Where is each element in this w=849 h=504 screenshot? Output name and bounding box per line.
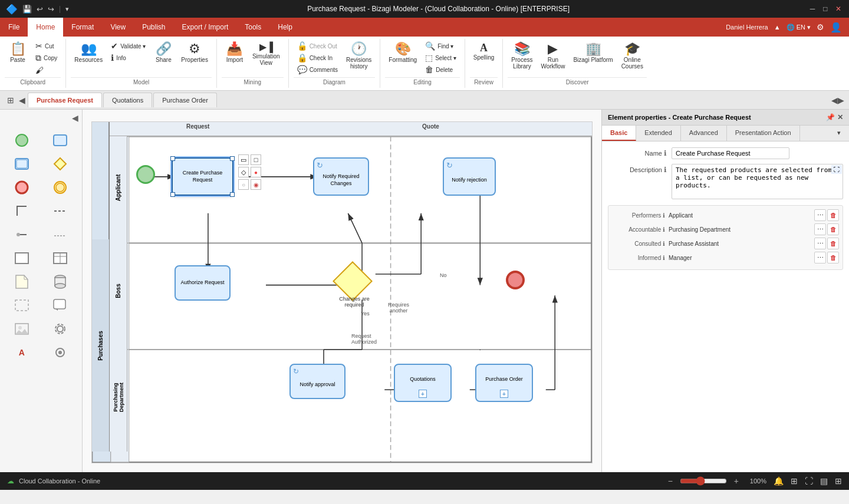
tab-quotations[interactable]: Quotations xyxy=(103,93,152,107)
menu-view[interactable]: View xyxy=(102,18,134,37)
shape-table[interactable] xyxy=(42,248,79,269)
shape-start-event[interactable] xyxy=(4,130,40,151)
shape-connector[interactable] xyxy=(4,224,40,245)
tab-panel-toggle[interactable]: ◀▶ xyxy=(829,93,847,107)
performers-delete-btn[interactable]: 🗑 xyxy=(827,209,839,221)
consulted-edit-btn[interactable]: ⋯ xyxy=(814,238,826,249)
tab-purchase-request[interactable]: Purchase Request xyxy=(28,93,102,107)
status-more-icon[interactable]: ⊞ xyxy=(835,476,842,486)
share-button[interactable]: 🔗 Share xyxy=(150,40,176,65)
properties-button[interactable]: ⚙ Properties xyxy=(177,40,212,65)
tab-extended[interactable]: Extended xyxy=(636,126,680,141)
diagram-area[interactable]: Purchase Request Request Quote Applicant… xyxy=(83,110,601,472)
formatting-button[interactable]: 🎨 Formatting xyxy=(385,40,420,65)
start-event[interactable] xyxy=(136,165,155,184)
comments-button[interactable]: 💬 Comments xyxy=(294,64,341,75)
settings-icon[interactable]: ⚙ xyxy=(817,22,824,32)
performers-edit-btn[interactable]: ⋯ xyxy=(814,209,826,221)
language-selector[interactable]: 🌐 EN ▾ xyxy=(787,24,811,31)
shape-dotted-line[interactable] xyxy=(42,200,79,222)
shape-gear[interactable] xyxy=(42,318,79,340)
select-button[interactable]: ⬚ Select ▾ xyxy=(422,52,460,64)
end-event[interactable] xyxy=(506,271,525,289)
performers-info-icon[interactable]: ℹ xyxy=(663,212,665,219)
shape-association[interactable] xyxy=(42,224,79,245)
menu-file[interactable]: File xyxy=(0,18,28,37)
status-notifications-icon[interactable]: 🔔 xyxy=(774,476,784,486)
user-icon[interactable]: 👤 xyxy=(830,22,842,33)
shape-intermediate-event[interactable] xyxy=(42,177,79,198)
cut-button[interactable]: ✂ Cut xyxy=(32,40,61,52)
zoom-slider[interactable] xyxy=(680,476,727,486)
shape-rectangle[interactable] xyxy=(4,248,40,269)
task-notify-rejection[interactable]: ↻ Notify rejection xyxy=(443,157,496,196)
quick-access-undo[interactable]: ↩ xyxy=(37,5,43,14)
maximize-button[interactable]: □ xyxy=(821,4,830,14)
quick-access-save[interactable]: 💾 xyxy=(22,5,32,14)
task-authorize-request[interactable]: Authorize Request xyxy=(175,265,231,301)
consulted-info-icon[interactable]: ℹ xyxy=(663,241,665,247)
shape-image[interactable] xyxy=(4,318,40,340)
spelling-button[interactable]: A Spelling xyxy=(470,40,498,63)
shape-callout[interactable] xyxy=(42,295,79,316)
close-button[interactable]: ✕ xyxy=(834,4,843,14)
minimize-button[interactable]: ─ xyxy=(808,4,817,14)
gateway-changes-required[interactable] xyxy=(333,261,373,301)
task-purchase-order[interactable]: Purchase Order + xyxy=(475,364,533,402)
tab-purchase-order[interactable]: Purchase Order xyxy=(153,93,217,107)
check-out-button[interactable]: 🔓 Check Out xyxy=(294,40,341,52)
tab-advanced[interactable]: Advanced xyxy=(681,126,727,141)
revisions-history-button[interactable]: 🕐 Revisionshistory xyxy=(343,40,375,72)
simulation-view-button[interactable]: ▶▐ SimulationView xyxy=(249,40,284,68)
shape-note[interactable] xyxy=(4,271,40,292)
run-workflow-button[interactable]: ▶ RunWorkflow xyxy=(537,40,568,72)
panel-close-button[interactable]: ✕ xyxy=(837,113,843,121)
copy-button[interactable]: ⧉ Copy xyxy=(32,52,61,64)
shape-picker-circle-pink[interactable]: ◉ xyxy=(251,179,261,190)
panel-pin-button[interactable]: 📌 xyxy=(826,113,835,121)
description-expand-button[interactable]: ⛶ xyxy=(831,165,842,174)
shape-task[interactable] xyxy=(42,130,79,151)
shape-cylinder[interactable] xyxy=(42,271,79,292)
validate-button[interactable]: ✔ Validate ▾ xyxy=(107,40,149,52)
informed-edit-btn[interactable]: ⋯ xyxy=(814,252,826,263)
format-painter-button[interactable]: 🖌 xyxy=(32,64,61,76)
process-library-button[interactable]: 📚 ProcessLibrary xyxy=(508,40,536,72)
menu-help[interactable]: Help xyxy=(269,18,301,37)
informed-info-icon[interactable]: ℹ xyxy=(663,255,665,261)
tab-presentation-action[interactable]: Presentation Action xyxy=(727,126,800,141)
check-in-button[interactable]: 🔒 Check In xyxy=(294,52,341,64)
paste-button[interactable]: 📋 Paste xyxy=(5,40,31,65)
status-fit-icon[interactable]: ⛶ xyxy=(805,476,813,486)
shape-picker-square[interactable]: □ xyxy=(251,154,261,165)
shape-settings[interactable] xyxy=(42,342,79,363)
description-input[interactable]: The requested products are selected from… xyxy=(672,164,843,199)
tab-basic[interactable]: Basic xyxy=(602,126,636,141)
tab-nav-home[interactable]: ⊞ xyxy=(5,93,17,107)
collapse-panel-button[interactable]: ◀ xyxy=(71,112,80,124)
name-info-icon[interactable]: ℹ xyxy=(664,149,667,157)
shape-text-label[interactable]: A xyxy=(4,342,40,363)
quick-access-redo[interactable]: ↪ xyxy=(48,5,54,14)
shape-end-event[interactable] xyxy=(4,177,40,198)
status-grid-icon[interactable]: ⊞ xyxy=(791,476,798,486)
menu-format[interactable]: Format xyxy=(63,18,102,37)
online-courses-button[interactable]: 🎓 OnlineCourses xyxy=(618,40,647,72)
menu-home[interactable]: Home xyxy=(28,18,63,37)
task-notify-required-changes[interactable]: ↻ Notify Required Changes xyxy=(313,157,369,196)
find-button[interactable]: 🔍 Find ▾ xyxy=(422,40,460,52)
tab-dropdown[interactable]: ▾ xyxy=(829,126,849,141)
bizagi-platform-button[interactable]: 🏢 Bizagi Platform xyxy=(570,40,616,65)
shape-picker-rect[interactable]: ▭ xyxy=(238,154,249,165)
delete-button[interactable]: 🗑 Delete xyxy=(422,64,460,75)
shape-picker-circle-gray[interactable]: ○ xyxy=(238,179,249,190)
info-button[interactable]: ℹ Info xyxy=(107,52,149,64)
shape-picker-circle-red[interactable]: ● xyxy=(251,167,261,177)
status-layout-icon[interactable]: ▤ xyxy=(820,476,828,486)
name-input[interactable] xyxy=(672,147,789,159)
menu-export-import[interactable]: Export / Import xyxy=(174,18,237,37)
informed-delete-btn[interactable]: 🗑 xyxy=(827,252,839,263)
quick-access-down[interactable]: ▾ xyxy=(65,5,69,13)
import-button[interactable]: 📥 Import xyxy=(222,40,248,65)
shape-call-activity[interactable] xyxy=(4,153,40,174)
